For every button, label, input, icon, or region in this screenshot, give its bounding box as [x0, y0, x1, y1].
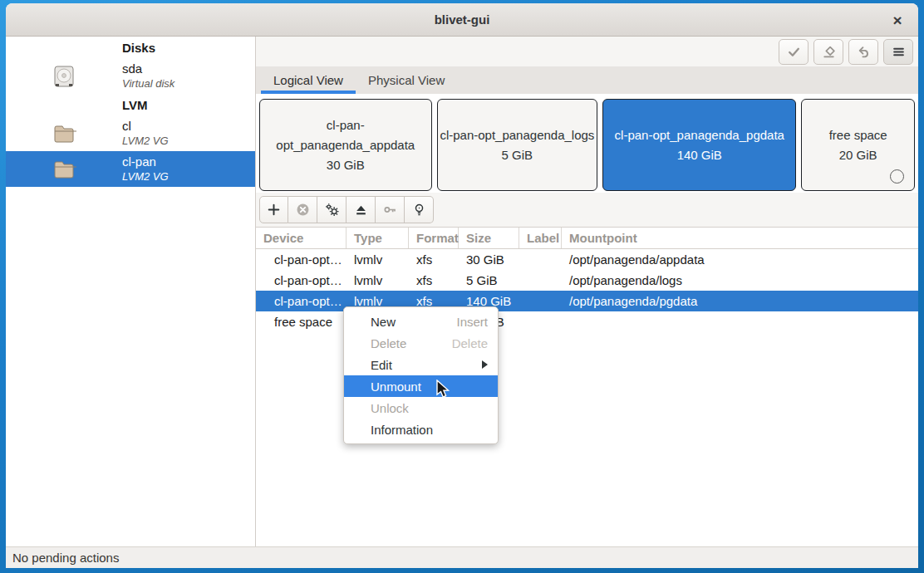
radio-circle-icon [890, 169, 904, 184]
cell-type: lvmlv [346, 270, 409, 291]
view-tabbar: Logical View Physical View [256, 66, 918, 94]
hamburger-menu-icon [892, 45, 906, 59]
cell-mountpoint: /opt/panagenda/pgdata [562, 291, 918, 311]
partition-name: free space [829, 125, 887, 145]
menu-item-label: New [371, 315, 456, 329]
partition-name: cl-pan-opt_panagenda_logs [440, 125, 594, 145]
menu-item-delete[interactable]: Delete Delete [344, 332, 498, 354]
tab-physical-view[interactable]: Physical View [356, 66, 457, 94]
device-name: cl [122, 119, 169, 135]
partition-block-pgdata[interactable]: cl-pan-opt_panagenda_pgdata 140 GiB [602, 99, 796, 191]
partition-block-free-space[interactable]: free space 20 GiB [801, 99, 915, 191]
table-row-logs[interactable]: cl-pan-opt… lvmlv xfs 5 GiB /opt/panagen… [256, 270, 918, 291]
partition-name: cl-pan-opt_panagenda_appdata [260, 115, 431, 155]
submenu-arrow-icon [482, 360, 488, 369]
menu-item-label: Edit [371, 358, 482, 372]
menu-item-new[interactable]: New Insert [344, 311, 498, 332]
edit-button[interactable] [317, 196, 346, 223]
app-window: blivet-gui × Disks sda Virtual disk LVM [6, 3, 918, 568]
sidebar-section-lvm: LVM [6, 94, 255, 115]
device-name: cl-pan [122, 154, 169, 170]
cell-format: xfs [409, 249, 459, 270]
menu-item-label: Unmount [371, 380, 488, 394]
cell-device: cl-pan-opt… [256, 249, 346, 270]
status-text: No pending actions [12, 551, 119, 565]
device-subtitle: Virtual disk [122, 77, 174, 91]
menu-item-accelerator: Delete [452, 336, 488, 350]
undo-button[interactable] [848, 39, 878, 65]
gears-icon [325, 203, 339, 217]
partition-visualization: cl-pan-opt_panagenda_appdata 30 GiB cl-p… [256, 94, 918, 193]
device-name: sda [122, 61, 174, 77]
unlock-button[interactable] [376, 196, 405, 223]
cell-type: lvmlv [346, 249, 409, 270]
add-button[interactable] [259, 196, 288, 223]
cell-mountpoint: /opt/panagenda/logs [562, 270, 918, 291]
partition-block-appdata[interactable]: cl-pan-opt_panagenda_appdata 30 GiB [259, 99, 432, 191]
unmount-button[interactable] [346, 196, 376, 223]
delete-circle-icon [296, 203, 310, 217]
column-header-device[interactable]: Device [256, 228, 346, 248]
sidebar-item-cl[interactable]: cl LVM2 VG [6, 115, 255, 151]
partition-block-logs[interactable]: cl-pan-opt_panagenda_logs 5 GiB [437, 99, 598, 191]
cell-device: cl-pan-opt… [256, 291, 346, 311]
clear-eraser-icon [822, 45, 836, 59]
eject-icon [354, 203, 368, 217]
partition-size: 140 GiB [677, 145, 722, 165]
menu-item-unlock[interactable]: Unlock [344, 397, 498, 419]
folder-icon [6, 157, 122, 182]
menu-button[interactable] [883, 39, 913, 65]
cell-mountpoint [562, 311, 918, 332]
device-subtitle: LVM2 VG [122, 170, 169, 184]
undo-arrow-icon [857, 45, 871, 59]
disk-icon [6, 64, 122, 89]
header-toolbar [256, 37, 918, 66]
cell-format: xfs [409, 270, 459, 291]
column-header-label[interactable]: Label [519, 228, 562, 248]
cell-device: free space [256, 311, 346, 332]
partition-size: 20 GiB [839, 145, 877, 165]
menu-item-edit[interactable]: Edit [344, 354, 498, 375]
apply-check-icon [787, 45, 801, 59]
cell-mountpoint: /opt/panagenda/appdata [562, 249, 918, 270]
menu-item-information[interactable]: Information [344, 419, 498, 440]
partition-size: 5 GiB [502, 145, 533, 165]
desktop-background: blivet-gui × Disks sda Virtual disk LVM [0, 0, 924, 573]
partition-size: 30 GiB [327, 155, 365, 175]
cell-device: cl-pan-opt… [256, 270, 346, 291]
menu-item-label: Unlock [371, 401, 488, 415]
column-header-format[interactable]: Format [409, 228, 459, 248]
cell-label [519, 311, 562, 332]
info-button[interactable] [405, 196, 434, 223]
cell-size: 5 GiB [459, 270, 519, 291]
table-row-appdata[interactable]: cl-pan-opt… lvmlv xfs 30 GiB /opt/panage… [256, 249, 918, 270]
device-subtitle: LVM2 VG [122, 135, 169, 148]
apply-button[interactable] [779, 39, 808, 65]
menu-item-label: Delete [371, 336, 452, 350]
plus-icon [267, 203, 281, 217]
cell-size: 30 GiB [459, 249, 519, 270]
cell-label [519, 291, 562, 311]
menu-item-unmount[interactable]: Unmount [344, 375, 498, 397]
titlebar[interactable]: blivet-gui × [6, 3, 918, 37]
sidebar-item-sda[interactable]: sda Virtual disk [6, 58, 255, 94]
window-title: blivet-gui [435, 12, 490, 27]
clear-button[interactable] [813, 39, 843, 65]
action-toolbar [256, 193, 918, 228]
sidebar-item-cl-pan[interactable]: cl-pan LVM2 VG [6, 151, 255, 187]
lightbulb-icon [412, 203, 426, 217]
menu-item-label: Information [371, 423, 488, 437]
close-icon[interactable]: × [887, 10, 908, 32]
partition-name: cl-pan-opt_panagenda_pgdata [615, 125, 784, 145]
device-sidebar: Disks sda Virtual disk LVM [6, 37, 256, 546]
column-header-mountpoint[interactable]: Mountpoint [562, 228, 918, 248]
key-icon [383, 203, 397, 217]
tab-logical-view[interactable]: Logical View [261, 66, 356, 94]
menu-item-accelerator: Insert [456, 315, 488, 329]
sidebar-section-disks: Disks [6, 37, 255, 58]
cell-label [519, 249, 562, 270]
column-header-type[interactable]: Type [346, 228, 409, 248]
mouse-cursor-icon [435, 380, 451, 399]
column-header-size[interactable]: Size [459, 228, 519, 248]
delete-button[interactable] [288, 196, 317, 223]
